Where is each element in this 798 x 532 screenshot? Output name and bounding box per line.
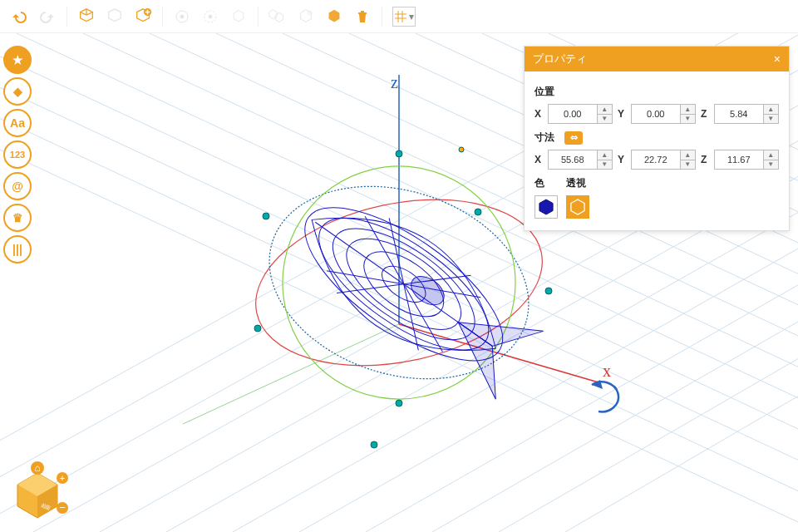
svg-line-27 (183, 324, 399, 424)
stepper-up-icon[interactable]: ▲ (681, 150, 695, 160)
tool-tools[interactable]: ||| (3, 235, 32, 264)
svg-point-40 (396, 150, 402, 157)
separator (258, 7, 259, 27)
dimensions-row: X ▲▼ Y ▲▼ Z ▲▼ (534, 150, 779, 170)
add-primitive-2-button[interactable] (102, 4, 127, 29)
svg-point-38 (263, 213, 269, 219)
dim-x-input[interactable] (549, 150, 597, 169)
dim-x-label: X (534, 154, 543, 165)
svg-point-41 (396, 400, 402, 406)
stepper-up-icon[interactable]: ▲ (598, 150, 612, 160)
section-position-label: 位置 (534, 85, 779, 99)
grid-snap-dropdown[interactable]: ▾ (392, 7, 416, 27)
dim-x-field[interactable]: ▲▼ (548, 150, 613, 170)
tool-crown[interactable]: ♛ (3, 204, 32, 232)
tool-drop[interactable]: ◆ (3, 77, 32, 106)
stepper-down-icon[interactable]: ▼ (598, 115, 612, 124)
dim-z-input[interactable] (715, 150, 763, 169)
dim-z-field[interactable]: ▲▼ (714, 150, 779, 170)
position-row: X ▲▼ Y ▲▼ Z ▲▼ (534, 104, 779, 124)
svg-line-11 (565, 183, 798, 532)
link-dimensions-toggle[interactable]: ⇔ (564, 131, 583, 145)
pos-y-input[interactable] (632, 105, 680, 123)
panel-title: プロパティ (533, 52, 587, 66)
dim-y-input[interactable] (632, 150, 680, 169)
tool-text[interactable]: Aa (3, 109, 32, 137)
select-all-button[interactable] (198, 4, 223, 29)
stepper-down-icon[interactable]: ▼ (764, 160, 778, 170)
stepper-up-icon[interactable]: ▲ (598, 105, 612, 115)
svg-point-48 (180, 15, 184, 18)
pos-x-label: X (534, 108, 543, 120)
view-cube[interactable]: 前面 ⌂ + − (4, 460, 71, 528)
dim-label: 寸法 (534, 131, 554, 145)
section-dimensions-label: 寸法 ⇔ (534, 131, 779, 145)
add-primitive-button[interactable] (74, 4, 99, 29)
svg-point-43 (545, 288, 552, 294)
dim-y-label: Y (618, 154, 626, 165)
separator (66, 7, 67, 27)
panel-header[interactable]: プロパティ × (525, 47, 789, 71)
axis-label-z: z (391, 73, 398, 92)
stepper-down-icon[interactable]: ▼ (598, 160, 612, 170)
viewmode-label: 透視 (566, 176, 586, 190)
color-label: 色 (534, 176, 544, 190)
viewmode-wire-button[interactable] (566, 195, 589, 219)
group-button[interactable] (265, 4, 290, 29)
svg-point-44 (371, 441, 377, 448)
separator (162, 7, 163, 27)
pos-z-input[interactable] (715, 105, 763, 123)
top-toolbar: ▾ (0, 0, 798, 33)
svg-marker-53 (571, 200, 584, 214)
section-color-label: 色 透視 (534, 176, 779, 190)
add-primitive-plus-button[interactable] (131, 4, 155, 29)
pos-x-input[interactable] (549, 105, 597, 123)
tool-at[interactable]: @ (3, 172, 32, 200)
tool-star[interactable]: ★ (3, 46, 32, 74)
redo-button[interactable] (35, 4, 60, 29)
left-toolbar: ★ ◆ Aa 123 @ ♛ ||| (3, 46, 32, 264)
dim-y-field[interactable]: ▲▼ (631, 150, 696, 170)
pos-x-field[interactable]: ▲▼ (548, 104, 613, 124)
home-icon[interactable]: ⌂ (34, 462, 40, 474)
pos-z-label: Z (701, 108, 709, 120)
dim-z-label: Z (701, 154, 709, 165)
color-swatch[interactable] (534, 195, 558, 219)
zoom-out-icon[interactable]: − (59, 501, 66, 514)
select-button[interactable] (170, 4, 195, 29)
svg-marker-52 (539, 200, 553, 214)
svg-point-50 (209, 15, 212, 18)
svg-point-39 (475, 209, 481, 215)
stepper-down-icon[interactable]: ▼ (681, 115, 695, 124)
svg-point-37 (406, 271, 449, 311)
zoom-in-icon[interactable]: + (60, 473, 65, 483)
pos-y-label: Y (618, 108, 626, 120)
pos-z-field[interactable]: ▲▼ (714, 104, 779, 124)
stepper-up-icon[interactable]: ▲ (764, 150, 778, 160)
solid-cube-button[interactable] (322, 4, 347, 29)
tool-numbers[interactable]: 123 (3, 140, 32, 169)
svg-point-42 (254, 325, 261, 332)
chevron-down-icon: ▾ (409, 11, 414, 22)
outline-cube-button[interactable] (226, 4, 251, 29)
panel-close-button[interactable]: × (774, 52, 781, 66)
stepper-up-icon[interactable]: ▲ (764, 105, 778, 115)
delete-button[interactable] (350, 4, 375, 29)
svg-point-51 (308, 10, 313, 15)
stepper-down-icon[interactable]: ▼ (681, 160, 695, 170)
stepper-down-icon[interactable]: ▼ (764, 115, 778, 124)
boolean-button[interactable] (293, 4, 318, 29)
properties-panel[interactable]: プロパティ × 位置 X ▲▼ Y ▲▼ Z ▲▼ 寸法 ⇔ X ▲▼ Y ▲▼… (524, 46, 790, 231)
undo-button[interactable] (7, 4, 32, 29)
stepper-up-icon[interactable]: ▲ (681, 105, 695, 115)
svg-point-45 (459, 147, 464, 152)
separator (382, 7, 382, 27)
axis-label-x: x (603, 362, 611, 381)
pos-y-field[interactable]: ▲▼ (631, 104, 696, 124)
